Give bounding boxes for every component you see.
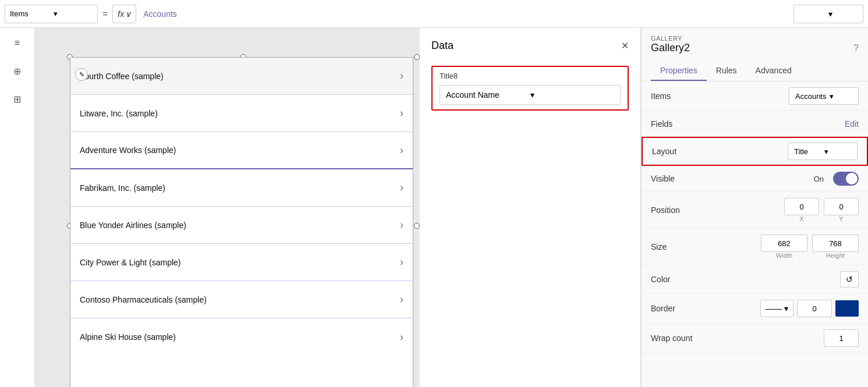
gallery-item[interactable]: Contoso Pharmaceuticals (sample) › (70, 281, 413, 318)
wrap-count-value (721, 329, 859, 347)
gallery-item-chevron: › (400, 144, 403, 157)
layout-prop-label: Layout (652, 147, 722, 156)
pos-y-group: Y (824, 198, 859, 222)
items-row: Items Accounts ▾ (642, 81, 868, 111)
position-x-input[interactable] (784, 198, 819, 215)
fx-chevron: ∨ (125, 9, 131, 19)
props-body: Items Accounts ▾ Fields Edit Layout (642, 81, 868, 353)
position-prop-value: X Y (721, 198, 859, 222)
size-prop-value: Width Height (721, 235, 859, 259)
size-height-label: Height (826, 252, 845, 259)
help-icon[interactable]: ? (853, 43, 859, 54)
gallery-item-text: Blue Yonder Airlines (sample) (80, 221, 400, 230)
pos-x-group: X (784, 198, 819, 222)
wrap-count-input[interactable] (824, 329, 859, 347)
layout-value-text: Title (794, 147, 821, 156)
position-prop-label: Position (651, 205, 721, 215)
gallery-item-chevron: › (400, 107, 403, 119)
gallery-item-text: Litware, Inc. (sample) (80, 109, 400, 118)
border-style-dropdown[interactable]: —— ▾ (760, 300, 793, 317)
size-height-input[interactable] (812, 235, 859, 252)
props-tabs: Properties Rules Advanced (642, 61, 868, 81)
color-swatch[interactable]: ↺ (840, 271, 859, 287)
sidebar-grid-icon[interactable]: ⊞ (9, 91, 26, 107)
layout-value-dropdown[interactable]: Title ▾ (788, 143, 858, 160)
gallery-item-text: Alpine Ski House (sample) (80, 332, 400, 342)
size-width-group: Width (761, 235, 807, 259)
fx-button[interactable]: fx ∨ (112, 5, 136, 23)
data-field-title: Title8 (440, 72, 621, 80)
size-height-group: Height (812, 235, 859, 259)
size-prop-label: Size (651, 242, 721, 251)
data-field-dropdown[interactable]: Account Name ▾ (440, 85, 621, 105)
gallery-item[interactable]: Alpine Ski House (sample) › (70, 318, 413, 356)
fx-label: fx (118, 9, 124, 19)
pos-y-label: Y (839, 215, 843, 222)
gallery-section-label: GALLERY (651, 35, 859, 42)
items-dropdown[interactable]: Items ▾ (5, 5, 98, 23)
position-y-input[interactable] (824, 198, 859, 215)
equals-icon: = (100, 9, 110, 19)
handle-mr[interactable] (414, 223, 420, 229)
size-inputs: Width Height (761, 235, 859, 259)
fields-edit-link[interactable]: Edit (845, 119, 859, 129)
items-value-dropdown[interactable]: Accounts ▾ (789, 87, 859, 105)
border-width-input[interactable] (797, 300, 832, 317)
wrap-count-row: Wrap count (642, 324, 868, 353)
gallery-item-chevron: › (400, 293, 403, 306)
size-width-input[interactable] (761, 235, 807, 252)
wrap-count-label: Wrap count (651, 333, 721, 343)
data-panel-header: Data ✕ (420, 28, 640, 59)
data-field-chevron: ▾ (530, 90, 615, 100)
gallery-item[interactable]: Blue Yonder Airlines (sample) › (70, 207, 413, 244)
right-dropdown[interactable]: ▾ (793, 5, 863, 23)
layout-prop-value: Title ▾ (722, 143, 858, 160)
data-panel-close-button[interactable]: ✕ (621, 40, 629, 51)
gallery-item-chevron: › (400, 70, 403, 82)
visible-prop-value: On (721, 172, 859, 186)
gallery-widget: ✎ Fourth Coffee (sample) › Litware, Inc.… (70, 57, 413, 387)
items-prop-value: Accounts ▾ (721, 87, 859, 105)
gallery-item[interactable]: Adventure Works (sample) › (70, 132, 413, 169)
position-inputs: X Y (784, 198, 859, 222)
gallery-item-text: Fourth Coffee (sample) (80, 72, 400, 81)
items-label: Items (10, 9, 49, 18)
sidebar-add-icon[interactable]: ⊕ (9, 63, 26, 79)
layout-dropdown-chevron: ▾ (824, 147, 851, 156)
visible-toggle[interactable] (833, 172, 859, 186)
gallery-item[interactable]: Fabrikam, Inc. (sample) › (70, 169, 413, 207)
size-row: Size Width Height (642, 229, 868, 265)
top-bar: Items ▾ = fx ∨ Accounts ▾ (0, 0, 868, 28)
tab-rules[interactable]: Rules (707, 61, 746, 81)
items-prop-label: Items (651, 91, 721, 101)
tab-properties[interactable]: Properties (651, 61, 707, 81)
visible-row: Visible On (642, 166, 868, 192)
items-value-text: Accounts (795, 92, 826, 101)
gallery-name: Gallery2 (651, 42, 690, 54)
data-panel-title: Data (431, 40, 454, 52)
main-container: ≡ ⊕ ⊞ ✎ Fourth Coffee (sample) › (0, 28, 868, 387)
data-field-value: Account Name (446, 90, 530, 100)
gallery-item[interactable]: City Power & Light (sample) › (70, 244, 413, 281)
border-controls: —— ▾ (760, 300, 859, 317)
gallery-item-text: City Power & Light (sample) (80, 258, 400, 267)
gallery-item[interactable]: Fourth Coffee (sample) › (70, 58, 413, 95)
fields-prop-label: Fields (651, 119, 721, 129)
handle-tr[interactable] (414, 54, 420, 60)
fields-row: Fields Edit (642, 111, 868, 137)
data-field-box: Title8 Account Name ▾ (431, 66, 629, 111)
border-prop-value: —— ▾ (721, 300, 859, 317)
border-color-swatch[interactable] (835, 300, 859, 317)
pos-x-label: X (799, 215, 803, 222)
gallery-item-text: Contoso Pharmaceuticals (sample) (80, 295, 400, 304)
visible-on-label: On (814, 175, 824, 183)
color-row: Color ↺ (642, 265, 868, 294)
data-panel-body: Title8 Account Name ▾ (420, 59, 640, 118)
edit-pencil-icon[interactable]: ✎ (75, 68, 88, 81)
sidebar-menu-icon[interactable]: ≡ (9, 35, 26, 51)
layout-row: Layout Title ▾ (642, 137, 868, 166)
gallery-item[interactable]: Litware, Inc. (sample) › (70, 95, 413, 132)
gallery-item-chevron: › (400, 182, 403, 194)
items-dropdown-chevron: ▾ (54, 9, 93, 18)
tab-advanced[interactable]: Advanced (746, 61, 801, 81)
